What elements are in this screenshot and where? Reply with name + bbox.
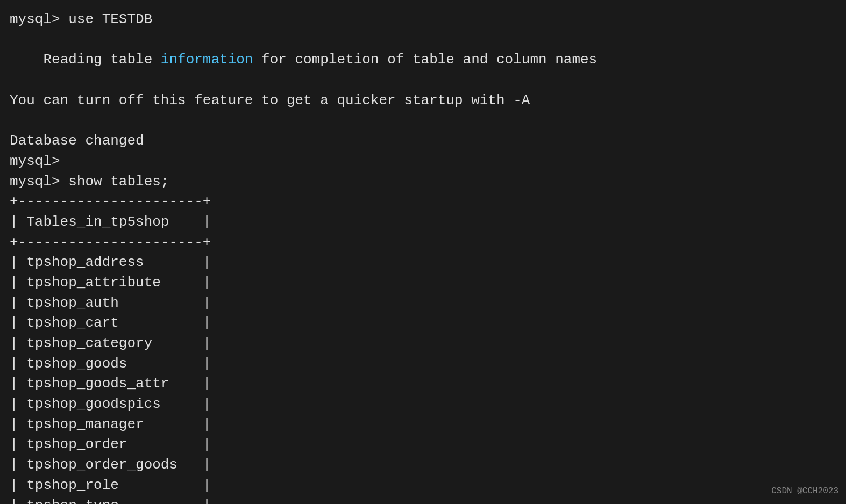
line-dash-mid: +----------------------+ (10, 233, 836, 253)
table-row: | tpshop_category | (10, 334, 836, 354)
table-row: | tpshop_role | (10, 476, 836, 496)
reading-prefix: Reading table (43, 52, 160, 68)
table-row: | tpshop_order | (10, 435, 836, 455)
information-text: information (161, 52, 253, 68)
terminal-window: mysql> use TESTDB Reading table informat… (4, 5, 842, 504)
line-mysql-use: mysql> use TESTDB (10, 10, 836, 30)
line-reading: Reading table information for completion… (10, 30, 836, 91)
line-show-tables: mysql> show tables; (10, 172, 836, 192)
table-row: | tpshop_type | (10, 496, 836, 505)
table-row: | tpshop_attribute | (10, 273, 836, 293)
table-row: | tpshop_goods_attr | (10, 374, 836, 394)
table-row: | tpshop_auth | (10, 293, 836, 314)
line-blank (10, 111, 836, 131)
line-mysql-blank: mysql> (10, 152, 836, 172)
table-row: | tpshop_goods | (10, 354, 836, 375)
line-header: | Tables_in_tp5shop | (10, 212, 836, 233)
line-you-can: You can turn off this feature to get a q… (10, 91, 836, 111)
line-dash-top: +----------------------+ (10, 192, 836, 212)
line-db-changed: Database changed (10, 131, 836, 152)
table-row: | tpshop_address | (10, 253, 836, 273)
table-row: | tpshop_manager | (10, 415, 836, 435)
table-row: | tpshop_cart | (10, 313, 836, 334)
table-row: | tpshop_goodspics | (10, 394, 836, 415)
table-row: | tpshop_order_goods | (10, 455, 836, 476)
reading-suffix: for completion of table and column names (253, 52, 598, 68)
watermark: CSDN @CCH2023 (771, 485, 838, 498)
